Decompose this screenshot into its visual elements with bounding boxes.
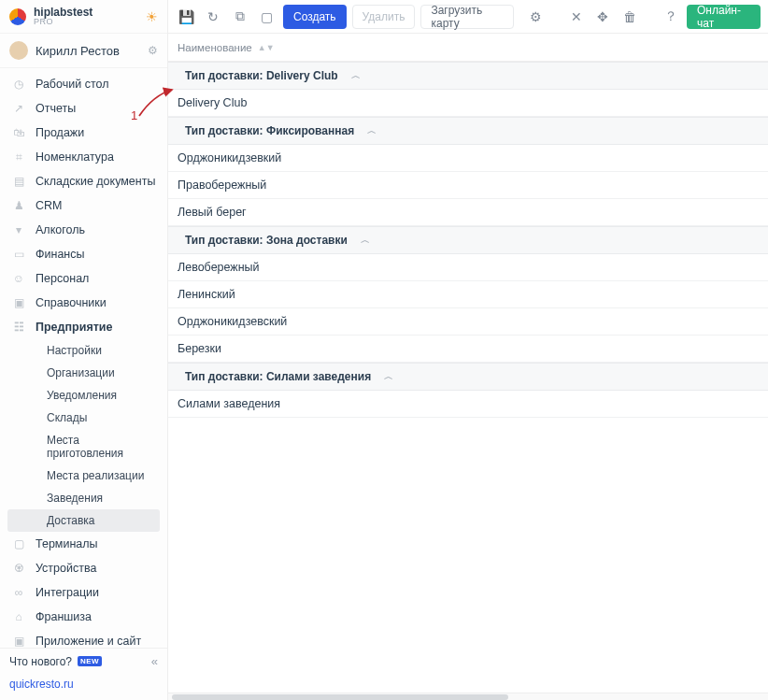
sidebar-item[interactable]: ▢Терминалы: [0, 532, 167, 556]
group-header[interactable]: Тип доставки: Фиксированная︿: [168, 117, 768, 145]
screen-icon[interactable]: ▢: [256, 5, 277, 29]
save-icon[interactable]: 💾: [176, 5, 197, 29]
column-header[interactable]: Наименование ▲▼: [168, 34, 768, 62]
sidebar-item[interactable]: ⌂Франшиза: [0, 605, 167, 629]
refresh-icon[interactable]: ↻: [203, 5, 224, 29]
load-map-button[interactable]: Загрузить карту: [420, 5, 513, 29]
sidebar-item[interactable]: ▣Справочники: [0, 291, 167, 315]
site-link[interactable]: quickresto.ru: [0, 674, 167, 700]
sidebar-item[interactable]: ▾Алкоголь: [0, 218, 167, 242]
sort-icon[interactable]: ▲▼: [258, 43, 275, 52]
nav-label: Алкоголь: [36, 223, 85, 236]
move-icon[interactable]: ✥: [592, 5, 614, 29]
chevron-up-icon: ︿: [367, 124, 377, 137]
nav-label: Продажи: [36, 126, 84, 139]
table-row[interactable]: Березки: [168, 336, 768, 363]
settings-sliders-icon[interactable]: ⚙: [525, 5, 547, 29]
sidebar-item[interactable]: ⌗Номенклатура: [0, 145, 167, 169]
whats-new[interactable]: Что нового? NEW «: [0, 648, 167, 674]
sidebar-subitem[interactable]: Места приготовления: [0, 429, 167, 464]
nav-label: Приложение и сайт: [36, 635, 141, 648]
sidebar-subitem[interactable]: Уведомления: [0, 384, 167, 407]
table-row[interactable]: Силами заведения: [168, 391, 768, 418]
sidebar-item[interactable]: ☷Предприятие: [0, 315, 167, 339]
user-block[interactable]: Кирилл Рестов ⚙: [0, 34, 167, 68]
group-title: Тип доставки: Delivery Club: [185, 69, 338, 82]
create-button[interactable]: Создать: [283, 5, 347, 29]
nav-label: Финансы: [36, 248, 84, 261]
table-row[interactable]: Орджоникидзевский: [168, 308, 768, 336]
nav-icon: ☷: [11, 321, 26, 334]
nav-label: CRM: [36, 199, 62, 212]
table-row[interactable]: Левобережный: [168, 254, 768, 281]
group-header[interactable]: Тип доставки: Delivery Club︿: [168, 62, 768, 90]
chevron-up-icon: ︿: [351, 69, 361, 82]
nav-label: Терминалы: [36, 537, 98, 550]
chevron-up-icon: ︿: [384, 370, 393, 383]
nav-icon: ▤: [11, 175, 26, 188]
delete-button: Удалить: [352, 5, 416, 29]
sidebar-item[interactable]: ↗Отчеты: [0, 96, 167, 121]
tools-icon[interactable]: ✕: [565, 5, 587, 29]
nav-icon: ▣: [11, 635, 26, 648]
list-area: Тип доставки: Delivery Club︿Delivery Clu…: [168, 62, 768, 693]
group-title: Тип доставки: Силами заведения: [185, 370, 371, 383]
sidebar-item[interactable]: ☺Персонал: [0, 266, 167, 291]
chevron-up-icon: ︿: [361, 234, 370, 247]
sidebar-subitem[interactable]: Места реализации: [0, 464, 167, 487]
nav-icon: ↗: [11, 102, 26, 115]
nav-icon: ∞: [11, 586, 26, 599]
new-badge: NEW: [78, 656, 102, 666]
sidebar-item[interactable]: ∞Интеграции: [0, 580, 167, 605]
sidebar-subitem[interactable]: Организации: [0, 362, 167, 384]
horizontal-scrollbar[interactable]: [168, 693, 768, 700]
table-row[interactable]: Delivery Club: [168, 90, 768, 117]
whats-new-label: Что нового?: [9, 655, 72, 668]
sidebar-item[interactable]: ◷Рабочий стол: [0, 72, 167, 96]
theme-sun-icon[interactable]: ☀: [146, 9, 158, 24]
sidebar-item[interactable]: ♼Устройства: [0, 556, 167, 580]
nav-icon: 🛍: [11, 126, 26, 139]
help-icon[interactable]: ？: [660, 5, 681, 29]
nav-label: Устройства: [36, 562, 96, 575]
group-header[interactable]: Тип доставки: Силами заведения︿: [168, 363, 768, 391]
nav-label: Предприятие: [36, 321, 112, 334]
nav-icon: ♼: [11, 562, 26, 575]
avatar: [9, 41, 28, 60]
nav-label: Рабочий стол: [36, 78, 108, 91]
table-row[interactable]: Правобережный: [168, 172, 768, 199]
sidebar-item[interactable]: ♟CRM: [0, 193, 167, 218]
group-title: Тип доставки: Фиксированная: [185, 124, 354, 137]
nav-icon: ☺: [11, 272, 26, 285]
nav-label: Франшиза: [36, 610, 92, 623]
group-header[interactable]: Тип доставки: Зона доставки︿: [168, 226, 768, 254]
sidebar-item[interactable]: ▣Приложение и сайт: [0, 629, 167, 648]
online-chat-button[interactable]: Онлайн-чат: [687, 5, 761, 29]
table-row[interactable]: Орджоникидзевкий: [168, 145, 768, 172]
sidebar-subitem[interactable]: Настройки: [0, 339, 167, 362]
nav-icon: ▭: [11, 248, 26, 261]
nav-label: Номенклатура: [36, 150, 114, 164]
nav-icon: ◷: [11, 78, 26, 91]
collapse-sidebar-icon[interactable]: «: [151, 654, 158, 668]
sidebar-subitem[interactable]: Заведения: [0, 487, 167, 509]
main: 💾 ↻ ⧉ ▢ Создать Удалить Загрузить карту …: [168, 0, 768, 700]
nav-icon: ▢: [11, 537, 26, 550]
sidebar-item[interactable]: ▭Финансы: [0, 242, 167, 266]
sidebar-item[interactable]: 🛍Продажи: [0, 121, 167, 145]
sidebar-item[interactable]: ▤Складские документы: [0, 169, 167, 193]
copy-icon[interactable]: ⧉: [230, 5, 251, 29]
table-row[interactable]: Левый берег: [168, 199, 768, 226]
nav-label: Отчеты: [36, 102, 76, 115]
table-row[interactable]: Ленинский: [168, 281, 768, 308]
brand-block: hiplabstest PRO ☀: [0, 0, 167, 34]
sidebar-subitem[interactable]: Доставка: [7, 509, 160, 532]
nav-label: Персонал: [36, 272, 89, 285]
nav-label: Справочники: [36, 296, 107, 309]
nav-icon: ⌗: [11, 150, 26, 164]
column-name: Наименование: [178, 42, 252, 53]
sidebar-subitem[interactable]: Склады: [0, 407, 167, 429]
gear-icon[interactable]: ⚙: [148, 44, 158, 57]
sidebar: hiplabstest PRO ☀ Кирилл Рестов ⚙ ◷Рабоч…: [0, 0, 168, 700]
trash-icon[interactable]: 🗑: [619, 5, 641, 29]
